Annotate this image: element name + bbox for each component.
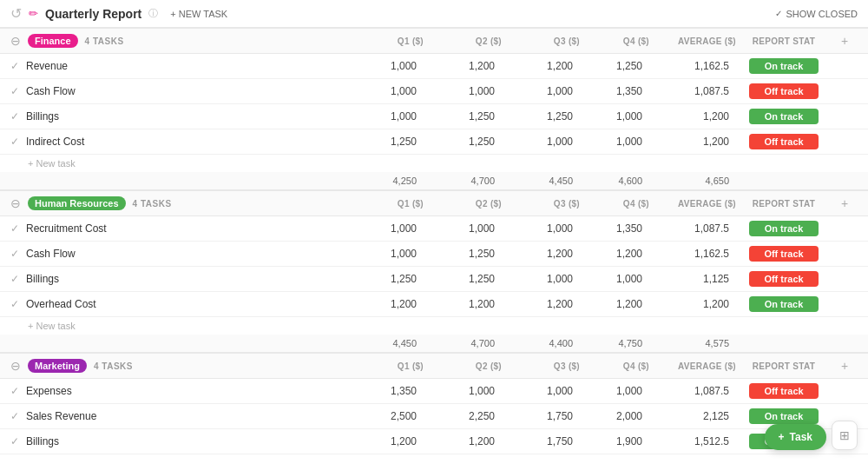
check-icon[interactable]: ✓ bbox=[10, 248, 19, 260]
pencil-icon[interactable]: ✏ bbox=[29, 7, 38, 20]
task-q4: 1,000 bbox=[580, 110, 649, 123]
fab-task[interactable]: + Task bbox=[765, 424, 826, 450]
task-row: ✓ Sales Revenue 2,500 2,250 1,750 2,000 … bbox=[0, 404, 868, 429]
task-status-cell: Off track bbox=[736, 246, 832, 262]
summary-avg: 4,650 bbox=[649, 176, 736, 186]
task-name: Billings bbox=[26, 110, 59, 123]
check-icon[interactable]: ✓ bbox=[10, 110, 19, 123]
check-icon[interactable]: ✓ bbox=[10, 273, 19, 285]
task-q4: 1,000 bbox=[580, 273, 649, 285]
task-name: Recruitment Cost bbox=[26, 222, 107, 235]
check-icon[interactable]: ✓ bbox=[10, 385, 19, 397]
status-badge[interactable]: On track bbox=[749, 221, 819, 236]
task-q1: 1,000 bbox=[345, 60, 424, 72]
task-q4: 1,350 bbox=[580, 222, 649, 235]
task-avg: 1,200 bbox=[649, 298, 736, 310]
task-q3: 1,200 bbox=[502, 60, 580, 72]
task-q3: 1,000 bbox=[502, 273, 580, 285]
back-icon[interactable]: ↺ bbox=[10, 5, 22, 22]
show-closed-btn[interactable]: ✓ SHOW CLOSED bbox=[775, 9, 858, 19]
section-tag-hr[interactable]: Human Resources bbox=[28, 196, 126, 210]
task-status-cell: Off track bbox=[736, 271, 832, 287]
section-tag-finance[interactable]: Finance bbox=[28, 34, 78, 48]
chevron-icon-hr[interactable]: ⊖ bbox=[10, 196, 21, 210]
task-avg: 1,200 bbox=[649, 110, 736, 123]
task-q2: 1,000 bbox=[424, 222, 502, 235]
status-badge[interactable]: On track bbox=[749, 408, 819, 424]
task-row: ✓ Indirect Cost 1,250 1,250 1,000 1,000 … bbox=[0, 129, 868, 155]
task-q2: 1,250 bbox=[424, 273, 502, 285]
task-row: ✓ Revenue 1,000 1,200 1,200 1,250 1,162.… bbox=[0, 54, 868, 79]
new-task-label[interactable]: + New task bbox=[10, 158, 345, 169]
task-avg: 1,162.5 bbox=[649, 248, 736, 260]
check-icon[interactable]: ✓ bbox=[10, 435, 19, 447]
status-badge[interactable]: Off track bbox=[749, 134, 819, 149]
task-row: ✓ Tool Costs 1,000 2,000 1,000 2,100 1,5… bbox=[0, 454, 868, 459]
task-name: Expenses bbox=[26, 385, 72, 397]
section-header-left-finance: ⊖ Finance 4 TASKS bbox=[10, 34, 345, 48]
task-q1: 2,500 bbox=[345, 410, 424, 422]
col-q2-hr: Q2 ($) bbox=[424, 199, 502, 209]
task-avg: 1,087.5 bbox=[649, 385, 736, 397]
plus-icon: + bbox=[779, 431, 785, 443]
check-icon[interactable]: ✓ bbox=[10, 222, 19, 235]
task-status-cell: Off track bbox=[736, 383, 832, 399]
check-icon[interactable]: ✓ bbox=[10, 410, 19, 422]
task-name-cell: ✓ Recruitment Cost bbox=[10, 222, 345, 235]
fab-grid[interactable]: ⊞ bbox=[832, 421, 858, 450]
add-col-icon-finance[interactable]: + bbox=[832, 34, 858, 48]
status-badge[interactable]: On track bbox=[749, 296, 819, 312]
task-q3: 1,000 bbox=[502, 385, 580, 397]
task-status-cell: Off track bbox=[736, 83, 832, 99]
task-name-cell: ✓ Revenue bbox=[10, 60, 345, 72]
task-q3: 1,200 bbox=[502, 298, 580, 310]
section-tag-marketing[interactable]: Marketing bbox=[28, 359, 87, 373]
status-badge[interactable]: Off track bbox=[749, 246, 819, 262]
check-icon[interactable]: ✓ bbox=[10, 136, 19, 148]
task-q2: 1,000 bbox=[424, 385, 502, 397]
task-q4: 2,000 bbox=[580, 410, 649, 422]
info-icon[interactable]: ⓘ bbox=[148, 7, 158, 20]
section-finance: ⊖ Finance 4 TASKS Q1 ($) Q2 ($) Q3 ($) Q… bbox=[0, 28, 868, 190]
task-q1: 1,350 bbox=[345, 385, 424, 397]
summary-avg: 4,575 bbox=[649, 338, 736, 348]
task-q3: 1,200 bbox=[502, 248, 580, 260]
col-q4-hr: Q4 ($) bbox=[580, 199, 649, 209]
add-col-icon-hr[interactable]: + bbox=[832, 196, 858, 210]
task-q1: 1,000 bbox=[345, 110, 424, 123]
task-name-cell: ✓ Expenses bbox=[10, 385, 345, 397]
summary-q3: 4,400 bbox=[502, 338, 580, 348]
task-row: ✓ Overhead Cost 1,200 1,200 1,200 1,200 … bbox=[0, 292, 868, 317]
status-badge[interactable]: Off track bbox=[749, 271, 819, 287]
task-name: Billings bbox=[26, 273, 59, 285]
check-icon[interactable]: ✓ bbox=[10, 85, 19, 97]
task-status-cell: On track bbox=[736, 58, 832, 74]
status-badge[interactable]: Off track bbox=[749, 383, 819, 399]
status-badge[interactable]: On track bbox=[749, 109, 819, 124]
col-report-hr: REPORT STAT bbox=[736, 199, 832, 209]
task-q4: 1,200 bbox=[580, 298, 649, 310]
task-row: ✓ Cash Flow 1,000 1,250 1,200 1,200 1,16… bbox=[0, 242, 868, 267]
new-task-row: + New task bbox=[0, 317, 868, 335]
new-task-btn[interactable]: + NEW TASK bbox=[165, 7, 233, 21]
new-task-label[interactable]: + New task bbox=[10, 321, 345, 331]
summary-q2: 4,700 bbox=[424, 338, 502, 348]
check-icon[interactable]: ✓ bbox=[10, 298, 19, 310]
col-q1-finance: Q1 ($) bbox=[345, 36, 424, 46]
summary-row-hr: 4,450 4,700 4,400 4,750 4,575 bbox=[0, 335, 868, 353]
chevron-icon-finance[interactable]: ⊖ bbox=[10, 34, 21, 48]
task-name: Revenue bbox=[26, 60, 68, 72]
task-name: Overhead Cost bbox=[26, 298, 96, 310]
status-badge[interactable]: Off track bbox=[749, 83, 819, 99]
task-q2: 1,250 bbox=[424, 110, 502, 123]
summary-q3: 4,450 bbox=[502, 176, 580, 186]
add-col-icon-marketing[interactable]: + bbox=[832, 359, 858, 373]
task-avg: 1,087.5 bbox=[649, 222, 736, 235]
task-name: Sales Revenue bbox=[26, 410, 96, 422]
task-q1: 1,000 bbox=[345, 248, 424, 260]
check-icon[interactable]: ✓ bbox=[10, 60, 19, 72]
chevron-icon-marketing[interactable]: ⊖ bbox=[10, 359, 21, 373]
col-avg-marketing: AVERAGE ($) bbox=[649, 361, 736, 371]
status-badge[interactable]: On track bbox=[749, 58, 819, 74]
col-q1-marketing: Q1 ($) bbox=[345, 361, 424, 371]
